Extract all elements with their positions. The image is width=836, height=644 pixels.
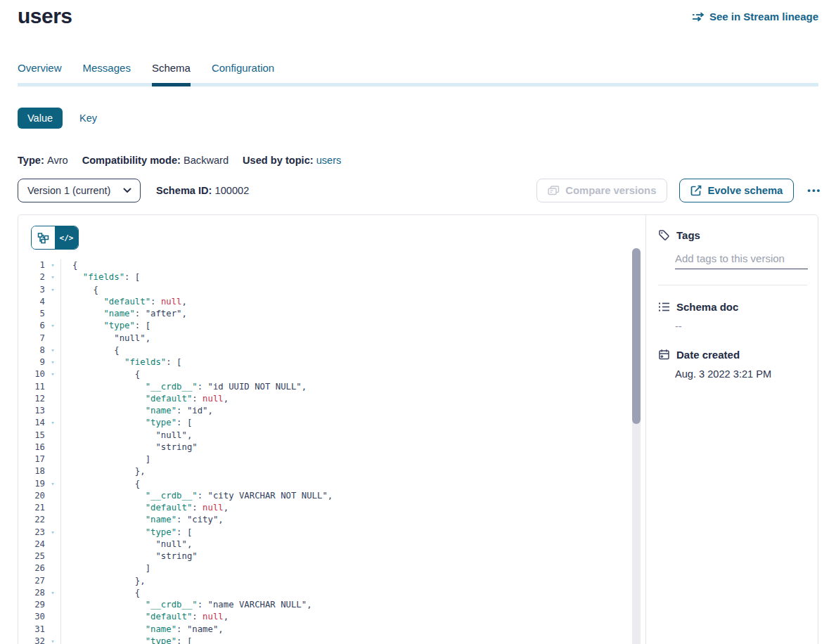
version-select[interactable]: Version 1 (current) [18, 179, 141, 202]
meta-topic-link[interactable]: users [316, 155, 342, 166]
fold-toggle-icon[interactable]: ▾ [45, 527, 60, 539]
code-text: { [60, 587, 140, 599]
code-text: }, [60, 575, 146, 587]
view-mode-toggle: </> [31, 226, 79, 250]
line-number: 25 [18, 550, 45, 562]
fold-spacer [45, 624, 60, 636]
tab-schema[interactable]: Schema [152, 62, 191, 83]
add-tags-input[interactable] [675, 251, 808, 269]
meta-item: Type: Avro [18, 155, 68, 166]
value-tab-button[interactable]: Value [18, 108, 63, 129]
evolve-schema-button[interactable]: Evolve schema [679, 179, 794, 202]
editor-scrollbar-thumb[interactable] [632, 248, 641, 424]
fold-toggle-icon[interactable]: ▾ [45, 344, 60, 356]
schema-side-panel: Tags [645, 215, 818, 644]
fold-spacer [45, 296, 60, 308]
code-line: 9▾ "fields": [ [18, 356, 631, 368]
tree-view-button[interactable] [32, 226, 55, 249]
code-text: "default": null, [60, 296, 187, 308]
code-text: ] [60, 562, 150, 574]
code-text: "type": [ [60, 527, 192, 539]
fold-toggle-icon[interactable]: ▾ [45, 636, 60, 644]
meta-value: Backward [184, 155, 229, 166]
code-view-button[interactable]: </> [55, 226, 78, 249]
code-text: "string" [60, 550, 198, 562]
line-number: 17 [18, 453, 45, 465]
code-text: "default": null, [60, 393, 229, 405]
version-select-value: Version 1 (current) [27, 185, 110, 196]
compare-icon [548, 186, 560, 195]
code-line: 17 ] [18, 453, 631, 465]
fold-spacer [45, 611, 60, 623]
code-line: 28▾ { [18, 587, 631, 599]
schema-page: users See in Stream lineage OverviewMess… [0, 0, 836, 644]
code-text: "type": [ [60, 636, 192, 644]
fold-spacer [45, 539, 60, 550]
tree-view-icon [37, 232, 49, 244]
stream-lineage-link[interactable]: See in Stream lineage [692, 11, 818, 22]
fold-spacer [45, 550, 60, 562]
date-created-header: Date created [658, 349, 807, 361]
code-line: 4 "default": null, [18, 296, 631, 308]
fold-toggle-icon[interactable]: ▾ [45, 356, 60, 368]
tab-configuration[interactable]: Configuration [212, 62, 274, 83]
tab-bar: OverviewMessagesSchemaConfiguration [18, 62, 818, 86]
line-number: 22 [18, 514, 45, 526]
code-view-icon: </> [60, 233, 74, 243]
fold-toggle-icon[interactable]: ▾ [45, 284, 60, 296]
code-line: 2▾ "fields": [ [18, 271, 631, 283]
editor-scrollbar-track[interactable] [632, 248, 641, 644]
schema-meta-row: Type: AvroCompatibility mode: BackwardUs… [18, 155, 341, 166]
code-line: 26 ] [18, 562, 631, 574]
line-number: 5 [18, 308, 45, 320]
code-line: 30 "default": null, [18, 611, 631, 623]
date-created-value: Aug. 3 2022 3:21 PM [675, 368, 807, 380]
code-line: 29 "__crdb__": "name VARCHAR NULL", [18, 599, 631, 611]
line-number: 7 [18, 333, 45, 344]
page-title: users [18, 4, 72, 28]
fold-toggle-icon[interactable]: ▾ [45, 417, 60, 429]
line-number: 15 [18, 430, 45, 442]
fold-toggle-icon[interactable]: ▾ [45, 587, 60, 599]
tag-icon [658, 229, 670, 241]
version-bar: Version 1 (current) Schema ID: 100002 [18, 178, 823, 202]
line-number: 4 [18, 296, 45, 308]
line-number: 23 [18, 527, 45, 539]
fold-spacer [45, 465, 60, 477]
code-line: 21 "default": null, [18, 502, 631, 514]
fold-spacer [45, 490, 60, 502]
code-text: "fields": [ [60, 271, 140, 283]
line-number: 9 [18, 356, 45, 368]
more-options-button[interactable]: ••• [806, 182, 823, 198]
line-number: 11 [18, 381, 45, 393]
code-line: 22 "name": "city", [18, 514, 631, 526]
line-number: 27 [18, 575, 45, 587]
line-number: 10 [18, 368, 45, 380]
fold-spacer [45, 430, 60, 442]
compare-versions-button[interactable]: Compare versions [536, 179, 667, 202]
fold-toggle-icon[interactable]: ▾ [45, 320, 60, 332]
key-tab-button[interactable]: Key [79, 112, 97, 124]
side-divider [658, 285, 807, 285]
code-text: "default": null, [60, 502, 229, 514]
line-number: 16 [18, 442, 45, 453]
fold-toggle-icon[interactable]: ▾ [45, 259, 60, 271]
meta-label: Type: [18, 155, 47, 166]
code-line: 20 "__crdb__": "city VARCHAR NOT NULL", [18, 490, 631, 502]
date-created-title: Date created [676, 349, 740, 361]
code-line: 14▾ "type": [ [18, 417, 631, 429]
code-text: "fields": [ [60, 356, 182, 368]
fold-toggle-icon[interactable]: ▾ [45, 368, 60, 380]
code-line: 8▾ { [18, 344, 631, 356]
code-text: ] [60, 453, 150, 465]
fold-toggle-icon[interactable]: ▾ [45, 271, 60, 283]
compare-versions-label: Compare versions [565, 185, 656, 196]
tab-overview[interactable]: Overview [18, 62, 62, 83]
schema-doc-section: Schema doc -- [658, 301, 807, 332]
code-text: "name": "after", [60, 308, 187, 320]
fold-toggle-icon[interactable]: ▾ [45, 478, 60, 490]
tags-section-header: Tags [658, 229, 807, 241]
tab-messages[interactable]: Messages [83, 62, 131, 83]
schema-doc-header: Schema doc [658, 301, 807, 313]
edit-icon [690, 185, 702, 196]
